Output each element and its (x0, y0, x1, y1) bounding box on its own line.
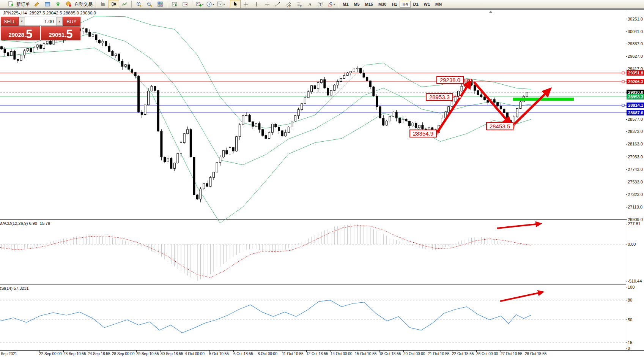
time-axis-label: Sep 2021 (1, 352, 17, 356)
toolbar-separator (96, 1, 96, 8)
tf-button-H4[interactable]: H4 (400, 1, 410, 8)
svg-text:T: T (320, 3, 322, 6)
tf-button-M15[interactable]: M15 (362, 1, 376, 8)
rsi-scale-label: 15 (628, 340, 632, 345)
toolbar-button-tiles[interactable] (155, 0, 165, 8)
time-axis-label: 20 Oct 00:00 (403, 352, 425, 356)
cursor-icon (232, 1, 238, 7)
clock-icon (206, 1, 212, 7)
toolbar-button-market-watch[interactable] (42, 0, 53, 8)
tf-button-M5[interactable]: M5 (351, 1, 362, 8)
toolbar-button-text-label[interactable]: T (315, 0, 326, 8)
tf-button-D1[interactable]: D1 (411, 1, 421, 8)
fibo-icon: F (296, 1, 302, 7)
toolbar-button-chart-arrange2[interactable] (180, 0, 191, 8)
price-tick-label: 28577.0 (628, 117, 643, 122)
chart-shift-marker[interactable] (489, 11, 493, 13)
hline-icon (264, 1, 270, 7)
tf-button-M1[interactable]: M1 (340, 1, 351, 8)
toolbar-button-text-a[interactable]: A (304, 0, 315, 8)
toolbar-button-zoom-out[interactable] (144, 0, 155, 8)
trend-arrow (474, 82, 510, 124)
buy-button[interactable]: BUY (63, 17, 80, 26)
tf-button-M30[interactable]: M30 (376, 1, 389, 8)
macd-scale-label: -510.44 (628, 279, 642, 283)
price-tick-label: 30251.0 (628, 17, 643, 21)
volume-input[interactable]: 1.00 (25, 17, 56, 25)
price-tick-label: 27743.0 (628, 167, 643, 172)
tf-button-MN[interactable]: MN (433, 1, 444, 8)
svg-text:F: F (300, 5, 302, 8)
volume-down-button[interactable]: ▼ (19, 17, 25, 25)
toolbar-button-zoom-in[interactable] (134, 0, 144, 8)
tiles-icon (157, 1, 163, 7)
toolbar-button-indicator-add[interactable]: ▾ (194, 0, 205, 8)
toolbar-button-templates[interactable]: ▾ (216, 0, 226, 8)
buy-price-main: 29051. (49, 31, 66, 40)
toolbar-button-channel[interactable]: E (283, 0, 294, 8)
price-badge: 29351.8 (627, 70, 644, 76)
sell-price[interactable]: 29028.5 (1, 26, 40, 40)
chart-canvas[interactable] (0, 0, 644, 357)
indicator-add-icon (195, 1, 202, 7)
price-callout[interactable]: 29238.0 (436, 76, 464, 84)
chevron-down-icon: ▾ (333, 3, 335, 6)
toolbar-button-line[interactable] (119, 0, 130, 8)
price-tick-label: 27113.0 (628, 205, 642, 209)
rsi-scale-label: 80 (628, 298, 632, 302)
toolbar-button-vline[interactable] (251, 0, 262, 8)
time-axis-label: 15 Oct 10:55 (355, 352, 376, 356)
time-axis-label: 28 Oct 18:55 (525, 352, 546, 356)
toolbar-separator (338, 1, 339, 8)
text-label-icon: T (317, 1, 323, 7)
price-badge: 28687.6 (627, 110, 644, 115)
time-axis-label: 24 Sep 18:55 (88, 352, 110, 356)
toolbar-button-hline[interactable] (262, 0, 272, 8)
toolbar-button-crosshair[interactable] (241, 0, 251, 8)
text-a-icon: A (307, 1, 313, 7)
price-callout[interactable]: 28354.9 (409, 130, 437, 137)
mt4-window: 新订单自动交易▾▾▾EFAT▾M1M5M15M30H1H4D1W1MN 1 JP… (0, 0, 644, 357)
toolbar-button-candles[interactable] (109, 0, 119, 8)
toolbar: 新订单自动交易▾▾▾EFAT▾M1M5M15M30H1H4D1W1MN (0, 0, 644, 9)
toolbar-separator (131, 1, 132, 8)
tf-button-W1[interactable]: W1 (421, 1, 433, 8)
chart-arrange2-icon (182, 1, 188, 7)
toolbar-button-cursor[interactable] (230, 0, 241, 8)
toolbar-button-clock[interactable]: ▾ (205, 0, 216, 8)
sell-price-big-digit: 5 (26, 28, 32, 40)
time-axis-label: 26 Oct 00:00 (476, 352, 498, 356)
price-tick-label: 29627.0 (628, 54, 643, 58)
toolbar-button-shapes[interactable]: ▾ (326, 0, 336, 8)
templates-icon (217, 1, 223, 7)
vline-icon (254, 1, 260, 7)
price-callout[interactable]: 28953.3 (426, 93, 453, 101)
toolbar-button-autotrade[interactable] (63, 0, 74, 8)
toolbar-button-brush[interactable] (31, 0, 42, 8)
rsi-scale-label: 50 (628, 318, 632, 322)
buy-price[interactable]: 29051.5 (41, 26, 80, 40)
macd-scale-label: 277.81 (628, 221, 641, 226)
toolbar-separator (192, 1, 193, 8)
price-tick-label: 27953.0 (628, 155, 643, 159)
time-axis-label: 21 Oct 10:55 (428, 352, 449, 356)
price-callout[interactable]: 28453.5 (486, 122, 513, 130)
chevron-down-icon: ▾ (202, 3, 203, 6)
rsi-panel (0, 287, 627, 348)
time-axis-label: 18 Oct 18:55 (379, 352, 401, 356)
bollinger-bands (0, 16, 531, 223)
toolbar-button-trendline[interactable] (272, 0, 283, 8)
toolbar-button-chart-arrange[interactable] (169, 0, 180, 8)
channel-icon: E (285, 1, 291, 7)
toolbar-button-fibo[interactable]: F (294, 0, 304, 8)
shapes-icon (327, 1, 333, 7)
sell-button[interactable]: SELL (1, 17, 19, 26)
toolbar-button-new-order[interactable] (5, 0, 16, 8)
price-badge: 29206.3 (627, 79, 644, 84)
toolbar-button-bars[interactable] (98, 0, 109, 8)
tf-button-H1[interactable]: H1 (389, 1, 400, 8)
toolbar-button-signal[interactable] (53, 0, 63, 8)
volume-up-button[interactable]: ▲ (56, 17, 63, 25)
price-tick-label: 28373.0 (628, 129, 643, 134)
market-watch-icon (44, 1, 50, 7)
